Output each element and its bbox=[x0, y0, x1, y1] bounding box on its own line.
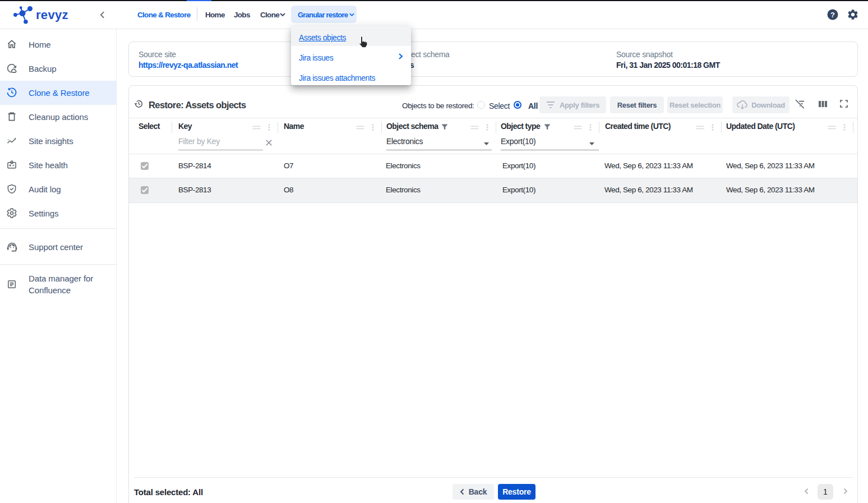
svg-text:?: ? bbox=[830, 11, 835, 19]
